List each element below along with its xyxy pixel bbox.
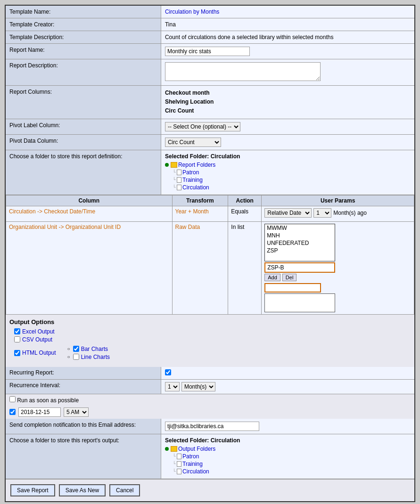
del-org-button[interactable]: Del xyxy=(282,274,297,281)
output-folder-cell: Selected Folder: Circulation Output Fold… xyxy=(161,434,414,479)
run-time-select[interactable]: 5 AM 6 AM 7 AM xyxy=(64,407,89,417)
pivot-label-row: Pivot Label Column: -- Select One (optio… xyxy=(6,119,414,134)
template-name-row: Template Name: Circulation by Months xyxy=(6,6,414,18)
output-tree-connector-training: └ xyxy=(173,461,176,466)
output-patron-folder-link[interactable]: Patron xyxy=(182,453,199,460)
recurring-table: Recurring Report: Recurrence Interval: 1… xyxy=(6,367,414,394)
email-label: Send completion notification to this Ema… xyxy=(6,419,161,434)
params-col-1: Circulation -> Checkout Date/Time xyxy=(6,206,173,221)
report-description-textarea[interactable] xyxy=(165,62,321,81)
params-user-params-1: Relative Date Absolute Date 1 2 3 6 12 M… xyxy=(262,206,414,221)
pivot-label-select[interactable]: -- Select One (optional) -- Checkout mon… xyxy=(165,122,240,131)
params-action-1: Equals xyxy=(228,206,262,221)
circulation-folder-link[interactable]: Circulation xyxy=(182,184,209,191)
recurring-report-cell xyxy=(161,367,414,380)
relative-date-select[interactable]: Relative Date Absolute Date xyxy=(264,208,312,218)
circulation-doc-icon xyxy=(177,185,181,190)
org-list-box[interactable]: MWMW MNH UNFEDERATED ZSP xyxy=(264,224,335,261)
report-columns-values: Checkout month Shelving Location Circ Co… xyxy=(165,89,411,116)
relative-date-number-select[interactable]: 1 2 3 6 12 xyxy=(313,208,331,218)
params-table: Column Transform Action User Params Circ… xyxy=(6,195,414,315)
params-col-2: Organizational Unit -> Organizational Un… xyxy=(6,221,173,314)
csv-output-link[interactable]: CSV Output xyxy=(22,336,52,343)
html-output-link[interactable]: HTML Output xyxy=(22,350,56,356)
sub-indent: ○ xyxy=(67,346,70,351)
org-selected-input[interactable] xyxy=(264,262,335,273)
main-container: Template Name: Circulation by Months Tem… xyxy=(5,5,415,502)
root-folder-link[interactable]: Report Folders xyxy=(178,162,215,168)
csv-output-checkbox[interactable] xyxy=(14,336,20,342)
output-training-folder-link[interactable]: Training xyxy=(182,461,203,467)
bottom-buttons: Save Report Save As New Cancel xyxy=(6,479,414,501)
output-folder-children: └ Patron └ Training └ Circulation xyxy=(173,453,411,475)
report-description-cell xyxy=(161,59,414,86)
save-report-button[interactable]: Save Report xyxy=(10,484,55,496)
template-description-value: Count of circulations done a selected li… xyxy=(161,31,414,44)
col-header-action: Action xyxy=(228,195,262,206)
selected-folder-report: Selected Folder: Circulation xyxy=(165,153,411,160)
org-zsp[interactable]: ZSP xyxy=(265,247,335,254)
pivot-data-select[interactable]: Circ Count Checkout month Shelving Locat… xyxy=(165,138,221,147)
report-name-input[interactable] xyxy=(165,47,250,56)
org-mnh[interactable]: MNH xyxy=(265,232,335,239)
col-checkout-month: Checkout month xyxy=(165,89,411,98)
add-org-button[interactable]: Add xyxy=(264,274,280,281)
line-charts-checkbox[interactable] xyxy=(73,354,79,360)
excel-output-link[interactable]: Excel Output xyxy=(22,328,55,335)
params-action-2: In list xyxy=(228,221,262,314)
choose-folder-label: Choose a folder to store this report def… xyxy=(6,150,161,195)
pivot-data-label: Pivot Data Column: xyxy=(6,134,161,150)
org-unfederated[interactable]: UNFEDERATED xyxy=(265,239,335,247)
run-soon-checkbox[interactable] xyxy=(9,396,16,402)
output-training-folder-item: └ Training xyxy=(173,461,411,467)
patron-folder-item: └ Patron xyxy=(173,169,411,176)
bar-charts-item: ○ Bar Charts xyxy=(67,346,110,352)
pivot-label-label: Pivot Label Column: xyxy=(6,119,161,134)
params-transform-1: Year + Month xyxy=(172,206,228,221)
email-table: Send completion notification to this Ema… xyxy=(6,419,414,479)
run-date-input[interactable] xyxy=(18,407,61,417)
checkout-datetime-link[interactable]: Circulation -> Checkout Date/Time xyxy=(9,208,95,215)
org-mwmw[interactable]: MWMW xyxy=(265,224,335,232)
report-folder-tree: Report Folders └ Patron └ Training xyxy=(165,162,411,191)
save-as-new-button[interactable]: Save As New xyxy=(59,484,106,496)
excel-output-item: Excel Output xyxy=(14,328,411,335)
training-folder-item: └ Training xyxy=(173,177,411,183)
params-user-params-2: MWMW MNH UNFEDERATED ZSP Add Del xyxy=(262,221,414,314)
recurrence-number-select[interactable]: 1 2 3 xyxy=(165,382,180,391)
email-row: Send completion notification to this Ema… xyxy=(6,419,414,434)
cancel-button[interactable]: Cancel xyxy=(109,484,140,496)
months-ago-label: Month(s) ago xyxy=(333,210,367,216)
recurring-report-checkbox[interactable] xyxy=(165,369,171,375)
form-table: Template Name: Circulation by Months Tem… xyxy=(6,6,414,195)
year-month-transform: Year + Month xyxy=(175,208,209,215)
output-circulation-folder-link[interactable]: Circulation xyxy=(182,468,209,475)
patron-folder-link[interactable]: Patron xyxy=(182,169,199,176)
report-columns-cell: Checkout month Shelving Location Circ Co… xyxy=(161,86,414,119)
output-tree-connector-patron: └ xyxy=(173,454,176,459)
output-options-title: Output Options xyxy=(9,318,411,325)
output-circulation-doc-icon xyxy=(177,469,181,474)
pivot-data-row: Pivot Data Column: Circ Count Checkout m… xyxy=(6,134,414,150)
org-unit-link[interactable]: Organizational Unit -> Organizational Un… xyxy=(9,224,121,230)
output-tree-connector-circulation: └ xyxy=(173,469,176,474)
output-root-folder-item: Output Folders xyxy=(165,446,411,452)
template-description-row: Template Description: Count of circulati… xyxy=(6,31,414,44)
output-root-folder-link[interactable]: Output Folders xyxy=(178,446,215,452)
recurrence-interval-row: Recurrence Interval: 1 2 3 Month(s) Week… xyxy=(6,379,414,394)
html-output-checkbox[interactable] xyxy=(14,350,20,356)
email-input[interactable] xyxy=(165,422,259,431)
recurrence-unit-select[interactable]: Month(s) Week(s) Day(s) xyxy=(181,382,215,391)
template-name-text: Circulation by Months xyxy=(165,8,219,15)
bar-charts-checkbox[interactable] xyxy=(73,346,79,352)
line-charts-link[interactable]: Line Charts xyxy=(81,354,110,360)
template-name-value: Circulation by Months xyxy=(161,6,414,18)
csv-output-item: CSV Output xyxy=(14,336,411,343)
training-folder-link[interactable]: Training xyxy=(182,177,203,183)
excel-output-checkbox[interactable] xyxy=(14,328,20,334)
add-org-input[interactable] xyxy=(264,283,321,293)
bar-charts-link[interactable]: Bar Charts xyxy=(81,346,108,352)
run-date-checkbox[interactable] xyxy=(9,409,16,415)
col-header-user-params: User Params xyxy=(262,195,414,206)
folder-children: └ Patron └ Training └ Circulation xyxy=(173,169,411,191)
